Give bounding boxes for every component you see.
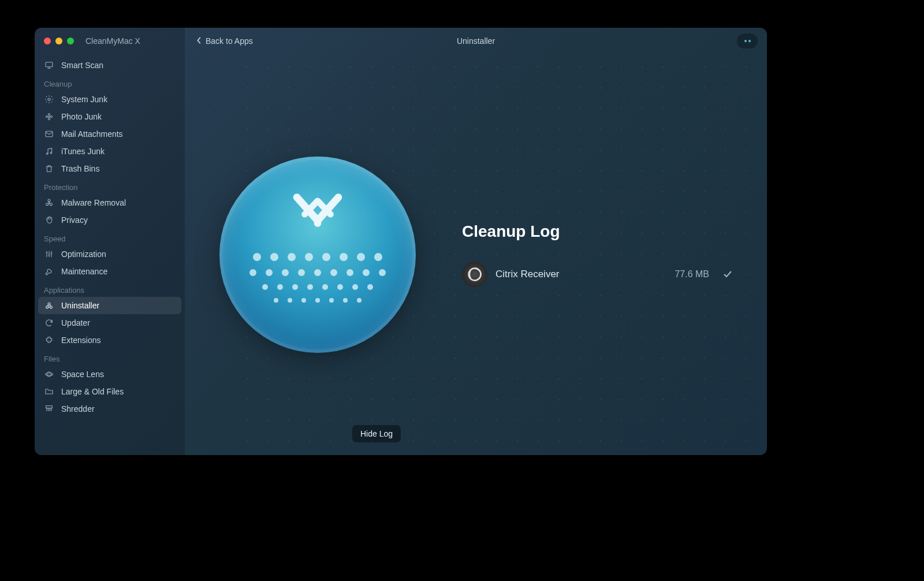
svg-point-13 bbox=[50, 203, 52, 206]
sidebar-item-extensions[interactable]: Extensions bbox=[38, 332, 181, 349]
mail-icon bbox=[44, 129, 54, 139]
maximize-window-button[interactable] bbox=[67, 38, 74, 44]
music-icon bbox=[44, 146, 54, 157]
shower-dots bbox=[249, 253, 386, 303]
sidebar: CleanMyMac X Smart Scan Cleanup System J… bbox=[35, 28, 185, 455]
sidebar-item-trash-bins[interactable]: Trash Bins bbox=[38, 160, 181, 177]
sidebar-item-label: Privacy bbox=[61, 215, 88, 225]
sidebar-item-optimization[interactable]: Optimization bbox=[38, 245, 181, 263]
traffic-lights bbox=[44, 38, 74, 44]
chevron-left-icon bbox=[196, 36, 202, 46]
sidebar-item-label: Shredder bbox=[61, 404, 95, 414]
svg-point-10 bbox=[49, 202, 50, 204]
app-window: CleanMyMac X Smart Scan Cleanup System J… bbox=[35, 28, 767, 455]
sidebar-item-maintenance[interactable]: Maintenance bbox=[38, 263, 181, 280]
sidebar-item-label: Uninstaller bbox=[61, 301, 99, 310]
refresh-icon bbox=[44, 318, 54, 328]
svg-point-9 bbox=[50, 152, 52, 154]
sidebar-item-label: Optimization bbox=[61, 249, 106, 259]
sidebar-item-label: Updater bbox=[61, 318, 90, 327]
svg-point-4 bbox=[49, 118, 50, 120]
sidebar-item-space-lens[interactable]: Space Lens bbox=[38, 366, 181, 383]
folder-icon bbox=[44, 386, 54, 397]
citrix-app-icon bbox=[462, 262, 487, 287]
sidebar-item-photo-junk[interactable]: Photo Junk bbox=[38, 108, 181, 125]
log-app-name: Citrix Receiver bbox=[495, 269, 666, 280]
planet-icon bbox=[44, 369, 54, 379]
section-header-cleanup: Cleanup bbox=[38, 74, 181, 91]
sidebar-item-shredder[interactable]: Shredder bbox=[38, 400, 181, 418]
sidebar-item-label: Maintenance bbox=[61, 267, 107, 276]
hand-icon bbox=[44, 215, 54, 225]
puzzle-icon bbox=[44, 335, 54, 345]
x-shower-icon bbox=[286, 189, 349, 244]
sidebar-item-label: Large & Old Files bbox=[61, 387, 124, 396]
sidebar-item-label: System Junk bbox=[61, 95, 107, 104]
section-header-speed: Speed bbox=[38, 229, 181, 245]
flower-icon bbox=[44, 111, 54, 122]
sidebar-item-label: Malware Removal bbox=[61, 198, 126, 207]
main-header: Back to Apps Uninstaller bbox=[185, 28, 767, 54]
close-window-button[interactable] bbox=[44, 38, 51, 44]
sidebar-item-label: Photo Junk bbox=[61, 112, 102, 121]
sidebar-item-label: iTunes Junk bbox=[61, 147, 105, 156]
sidebar-item-large-old-files[interactable]: Large & Old Files bbox=[38, 383, 181, 400]
svg-rect-0 bbox=[46, 62, 53, 67]
sidebar-item-updater[interactable]: Updater bbox=[38, 314, 181, 332]
app-title: CleanMyMac X bbox=[85, 36, 140, 46]
svg-point-2 bbox=[49, 116, 50, 118]
back-button[interactable]: Back to Apps bbox=[196, 36, 253, 46]
main-content: Back to Apps Uninstaller bbox=[185, 28, 767, 455]
sidebar-item-mail-attachments[interactable]: Mail Attachments bbox=[38, 125, 181, 143]
content-area: Cleanup Log Citrix Receiver 77.6 MB bbox=[185, 54, 767, 455]
sidebar-item-system-junk[interactable]: System Junk bbox=[38, 91, 181, 108]
log-app-size: 77.6 MB bbox=[675, 269, 709, 280]
svg-point-17 bbox=[47, 372, 51, 377]
sidebar-item-privacy[interactable]: Privacy bbox=[38, 211, 181, 229]
section-header-protection: Protection bbox=[38, 177, 181, 194]
section-header-files: Files bbox=[38, 349, 181, 366]
minimize-window-button[interactable] bbox=[55, 38, 62, 44]
sidebar-item-label: Extensions bbox=[61, 336, 100, 345]
biohazard-icon bbox=[44, 198, 54, 208]
svg-point-5 bbox=[46, 116, 48, 118]
page-title: Uninstaller bbox=[457, 36, 495, 46]
svg-point-3 bbox=[49, 114, 50, 116]
sidebar-item-smart-scan[interactable]: Smart Scan bbox=[38, 57, 181, 74]
uninstall-icon bbox=[44, 300, 54, 311]
monitor-icon bbox=[44, 60, 54, 70]
svg-point-12 bbox=[46, 203, 49, 206]
trash-icon bbox=[44, 163, 54, 174]
gear-icon bbox=[44, 94, 54, 105]
sidebar-item-label: Trash Bins bbox=[61, 164, 99, 173]
cleanup-big-icon bbox=[219, 157, 416, 353]
hide-log-button[interactable]: Hide Log bbox=[352, 425, 401, 442]
svg-rect-19 bbox=[46, 406, 53, 408]
shredder-icon bbox=[44, 404, 54, 414]
sidebar-items: Smart Scan Cleanup System Junk Photo Jun… bbox=[35, 54, 185, 423]
wrench-icon bbox=[44, 266, 54, 277]
svg-point-6 bbox=[51, 116, 53, 118]
svg-point-1 bbox=[48, 98, 50, 100]
log-row: Citrix Receiver 77.6 MB bbox=[462, 262, 732, 287]
sidebar-item-label: Smart Scan bbox=[61, 61, 103, 70]
check-icon bbox=[723, 270, 732, 279]
sidebar-item-label: Space Lens bbox=[61, 370, 104, 379]
section-header-applications: Applications bbox=[38, 280, 181, 297]
sidebar-item-label: Mail Attachments bbox=[61, 129, 123, 139]
svg-point-8 bbox=[46, 153, 48, 155]
more-menu-button[interactable] bbox=[737, 33, 758, 49]
log-title: Cleanup Log bbox=[462, 222, 732, 241]
sidebar-item-malware-removal[interactable]: Malware Removal bbox=[38, 194, 181, 211]
cleanup-log-panel: Cleanup Log Citrix Receiver 77.6 MB bbox=[462, 222, 744, 287]
sliders-icon bbox=[44, 249, 54, 259]
svg-point-11 bbox=[48, 199, 50, 202]
sidebar-item-uninstaller[interactable]: Uninstaller bbox=[38, 297, 181, 314]
svg-rect-7 bbox=[46, 131, 53, 136]
titlebar: CleanMyMac X bbox=[35, 28, 185, 54]
sidebar-item-itunes-junk[interactable]: iTunes Junk bbox=[38, 143, 181, 160]
svg-point-18 bbox=[45, 373, 53, 375]
back-label: Back to Apps bbox=[206, 36, 253, 46]
